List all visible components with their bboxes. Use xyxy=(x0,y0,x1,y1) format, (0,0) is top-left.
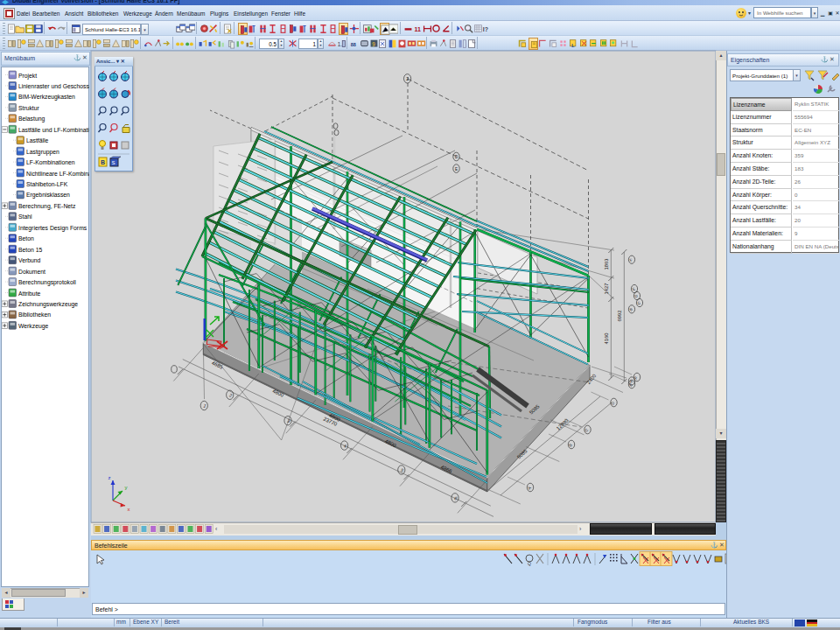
svg-text:Q: Q xyxy=(528,561,531,566)
